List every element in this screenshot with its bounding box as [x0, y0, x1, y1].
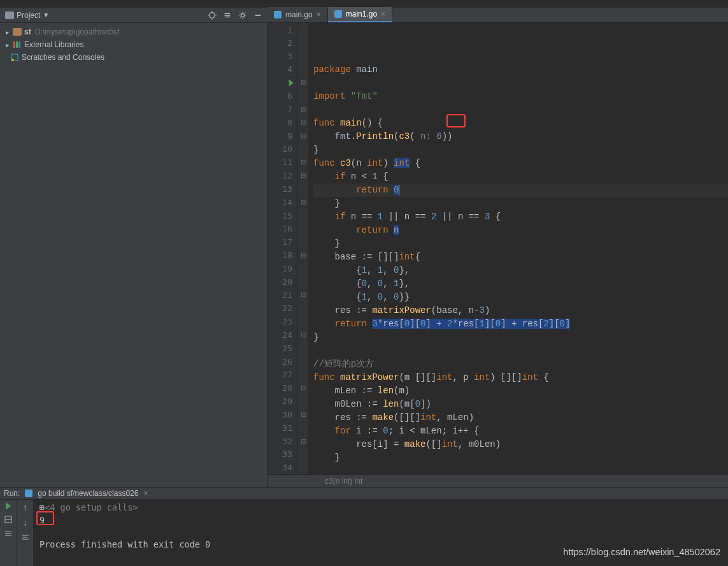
tree-node-libs[interactable]: ▸ External Libraries: [0, 38, 267, 51]
code-line[interactable]: res := make([][]int, mLen): [313, 411, 728, 424]
line-number[interactable]: 6: [268, 89, 297, 103]
line-number[interactable]: 30: [268, 408, 297, 421]
code-line[interactable]: }: [313, 197, 728, 210]
fold-marker[interactable]: ⊟: [298, 381, 308, 395]
tab-main-go[interactable]: main.go ×: [268, 7, 328, 22]
code-line[interactable]: func main() {: [313, 117, 728, 130]
fold-marker[interactable]: ⊟: [298, 289, 308, 302]
line-number[interactable]: 24: [268, 328, 297, 342]
code-line[interactable]: }: [313, 331, 728, 344]
minimize-icon[interactable]: [253, 11, 262, 20]
arrow-down-icon[interactable]: ↓: [23, 518, 27, 528]
close-icon[interactable]: ×: [317, 10, 321, 19]
fold-marker[interactable]: ⊟: [298, 196, 308, 209]
code-line[interactable]: return 0: [313, 184, 728, 197]
tab-main1-go[interactable]: main1.go ×: [328, 7, 392, 22]
fold-marker[interactable]: ⊟: [298, 328, 308, 342]
code-line[interactable]: if n == 1 || n == 2 || n == 3 {: [313, 210, 728, 224]
code-line[interactable]: res := matrixPower(base, n-3): [313, 304, 728, 317]
line-number[interactable]: 10: [268, 142, 297, 156]
line-number[interactable]: 31: [268, 421, 297, 435]
code-line[interactable]: fmt.Println(c3( n: 6)): [313, 130, 728, 143]
close-icon[interactable]: ×: [381, 10, 385, 18]
line-number[interactable]: 9: [268, 129, 297, 143]
run-gutter-icon[interactable]: [289, 80, 294, 86]
code-line[interactable]: mLen := len(m): [313, 384, 728, 398]
close-icon[interactable]: ×: [143, 489, 148, 498]
code-line[interactable]: m0Len := len(m[0]): [313, 398, 728, 411]
code-line[interactable]: {0, 0, 1},: [313, 277, 728, 291]
line-number[interactable]: 33: [268, 448, 297, 461]
line-number[interactable]: 29: [268, 395, 297, 408]
line-number[interactable]: 2: [268, 36, 297, 50]
code-line[interactable]: {1, 1, 0},: [313, 264, 728, 277]
fold-marker[interactable]: ⊟: [298, 76, 308, 89]
fold-marker[interactable]: ⊟: [298, 103, 308, 116]
code-line[interactable]: //矩阵的p次方: [313, 358, 728, 371]
gear-icon[interactable]: [238, 11, 247, 20]
line-number[interactable]: 8: [268, 116, 297, 129]
line-number[interactable]: 26: [268, 355, 297, 368]
project-dropdown[interactable]: Project ▼: [5, 11, 49, 20]
line-number[interactable]: 1: [268, 23, 297, 36]
fold-marker[interactable]: ⊟: [298, 116, 308, 129]
code-line[interactable]: [313, 344, 728, 358]
more-icon[interactable]: [4, 529, 13, 538]
line-number[interactable]: 13: [268, 182, 297, 196]
code-line[interactable]: func matrixPower(m [][]int, p int) [][]i…: [313, 371, 728, 384]
expand-all-icon[interactable]: [223, 11, 232, 20]
line-number[interactable]: 23: [268, 315, 297, 328]
fold-marker[interactable]: ⊟: [298, 435, 308, 448]
code-line[interactable]: {1, 0, 0}}: [313, 291, 728, 304]
line-number[interactable]: 21: [268, 289, 297, 302]
line-number[interactable]: 27: [268, 368, 297, 382]
code-editor[interactable]: 1234567891011121314151617181920212223242…: [268, 23, 728, 474]
code-line[interactable]: }: [313, 451, 728, 465]
arrow-up-icon[interactable]: ↑: [23, 502, 27, 512]
structure-icon[interactable]: [4, 515, 13, 524]
fold-marker[interactable]: ⊟: [298, 129, 308, 143]
line-number[interactable]: 32: [268, 435, 297, 448]
line-number[interactable]: 20: [268, 275, 297, 289]
wrap-icon[interactable]: [21, 533, 30, 542]
tree-node-scratch[interactable]: Scratches and Consoles: [0, 51, 267, 64]
run-icon[interactable]: [6, 502, 11, 510]
line-number[interactable]: 11: [268, 156, 297, 169]
code-line[interactable]: [313, 76, 728, 90]
code-line[interactable]: return 3*res[0][0] + 2*res[1][0] + res[2…: [313, 317, 728, 331]
code-area[interactable]: package mainimport "fmt"func main() { fm…: [308, 23, 728, 474]
line-number[interactable]: 17: [268, 235, 297, 249]
line-number[interactable]: 7: [268, 103, 297, 116]
line-number[interactable]: 28: [268, 381, 297, 395]
line-number[interactable]: 5: [268, 76, 297, 89]
line-number[interactable]: 15: [268, 209, 297, 222]
line-number[interactable]: 22: [268, 301, 297, 315]
run-config[interactable]: go build sf/newclass/class026: [38, 489, 138, 498]
code-line[interactable]: [313, 103, 728, 117]
code-line[interactable]: }: [313, 143, 728, 157]
code-line[interactable]: if n < 1 {: [313, 170, 728, 184]
code-line[interactable]: return n: [313, 224, 728, 237]
code-line[interactable]: for i := 0; i < mLen; i++ {: [313, 424, 728, 438]
locate-icon[interactable]: [208, 11, 217, 20]
line-number[interactable]: 18: [268, 249, 297, 262]
tree-node-sf[interactable]: ▸ sf D:\mysetup\gopath\src\sf: [0, 25, 267, 38]
line-number[interactable]: 3: [268, 50, 297, 63]
code-line[interactable]: base := [][]int{: [313, 250, 728, 264]
code-line[interactable]: func c3(n int) int {: [313, 157, 728, 170]
line-number[interactable]: 16: [268, 222, 297, 235]
code-line[interactable]: }: [313, 237, 728, 250]
fold-marker[interactable]: ⊟: [298, 156, 308, 169]
line-number[interactable]: 34: [268, 461, 297, 474]
code-line[interactable]: import "fmt": [313, 90, 728, 103]
line-number[interactable]: 12: [268, 169, 297, 182]
line-number[interactable]: 19: [268, 262, 297, 275]
line-number[interactable]: 4: [268, 62, 297, 76]
code-line[interactable]: [313, 465, 728, 474]
line-number[interactable]: 14: [268, 196, 297, 209]
code-line[interactable]: res[i] = make([]int, m0Len): [313, 438, 728, 451]
code-line[interactable]: package main: [313, 63, 728, 76]
fold-marker[interactable]: ⊟: [298, 408, 308, 421]
fold-marker[interactable]: ⊟: [298, 169, 308, 182]
fold-marker[interactable]: ⊟: [298, 249, 308, 262]
